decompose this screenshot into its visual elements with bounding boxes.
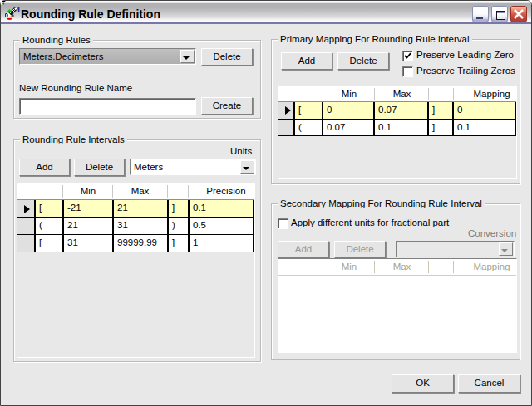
svg-text:0.5: 0.5 xyxy=(5,12,14,19)
